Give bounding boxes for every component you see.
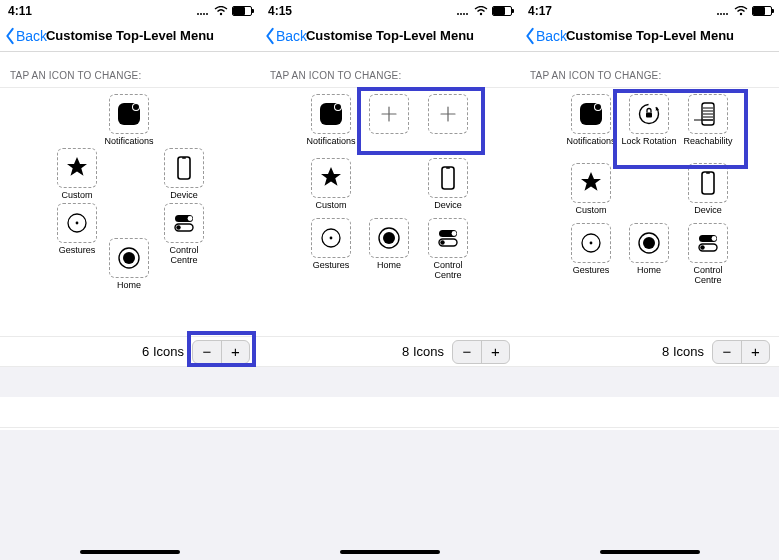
slot-notifications[interactable]: Notifications <box>303 94 359 147</box>
signal-icon <box>196 6 210 16</box>
slot-device[interactable]: Device <box>420 158 476 211</box>
home-icon <box>635 229 663 257</box>
screen-1: 4:11 Back Customise Top-Level Menu TAP A… <box>0 0 260 560</box>
count-row: 8 Icons − + <box>520 337 779 367</box>
slot-device[interactable]: Device <box>680 163 736 216</box>
svg-point-29 <box>330 237 333 240</box>
icon-grid: Notifications Lock Rotation Reachability… <box>520 87 779 337</box>
plus-icon <box>375 100 403 128</box>
circle-dot-icon <box>63 209 91 237</box>
back-label: Back <box>16 28 47 44</box>
slot-reachability[interactable]: Reachability <box>680 94 736 147</box>
circle-dot-icon <box>317 224 345 252</box>
icon-count-stepper[interactable]: − + <box>712 340 770 364</box>
svg-point-38 <box>723 13 725 15</box>
slot-notifications[interactable]: Notifications <box>563 94 619 147</box>
home-indicator <box>340 550 440 554</box>
svg-point-18 <box>457 13 459 15</box>
slot-custom[interactable]: Custom <box>563 163 619 216</box>
screen-3: 4:17 Back Customise Top-Level Menu TAP A… <box>520 0 779 560</box>
slot-control-centre[interactable]: Control Centre <box>680 223 736 286</box>
slot-empty-2[interactable] <box>420 94 476 147</box>
svg-point-40 <box>740 13 742 15</box>
signal-icon <box>456 6 470 16</box>
nav-bar: Back Customise Top-Level Menu <box>520 20 779 52</box>
status-right <box>716 6 772 16</box>
status-bar: 4:17 <box>520 0 779 20</box>
back-button[interactable]: Back <box>264 27 307 45</box>
status-time: 4:11 <box>8 4 32 18</box>
svg-rect-9 <box>182 157 186 159</box>
slot-home[interactable]: Home <box>621 223 677 276</box>
slot-gestures[interactable]: Gestures <box>563 223 619 276</box>
circle-dot-icon <box>577 229 605 257</box>
wifi-icon <box>734 6 748 16</box>
notifications-icon <box>317 100 345 128</box>
slot-empty-1[interactable] <box>361 94 417 147</box>
svg-point-43 <box>595 104 601 110</box>
svg-point-0 <box>197 13 199 15</box>
nav-bar: Back Customise Top-Level Menu <box>0 20 260 52</box>
bottom-spacer <box>520 430 779 560</box>
slot-custom[interactable]: Custom <box>49 148 105 201</box>
icon-count-stepper[interactable]: − + <box>192 340 250 364</box>
slot-control-centre[interactable]: Control Centre <box>420 218 476 281</box>
plus-icon <box>434 100 462 128</box>
slot-control-centre[interactable]: Control Centre <box>156 203 212 266</box>
back-button[interactable]: Back <box>4 27 47 45</box>
svg-point-36 <box>717 13 719 15</box>
hint-label: TAP AN ICON TO CHANGE: <box>260 52 520 87</box>
svg-point-11 <box>76 222 79 225</box>
star-icon <box>317 164 345 192</box>
stepper-minus[interactable]: − <box>713 341 741 363</box>
count-row: 6 Icons − + <box>0 337 260 367</box>
stepper-plus[interactable]: + <box>481 341 509 363</box>
stepper-plus[interactable]: + <box>741 341 769 363</box>
device-icon <box>170 154 198 182</box>
toggles-icon <box>170 209 198 237</box>
wifi-icon <box>474 6 488 16</box>
svg-point-4 <box>220 13 222 15</box>
icon-count-stepper[interactable]: − + <box>452 340 510 364</box>
toggles-icon <box>694 229 722 257</box>
status-right <box>456 6 512 16</box>
battery-icon <box>492 6 512 16</box>
svg-rect-54 <box>706 172 710 174</box>
slot-custom[interactable]: Custom <box>303 158 359 211</box>
slot-device[interactable]: Device <box>156 148 212 201</box>
svg-point-58 <box>643 237 655 249</box>
svg-rect-27 <box>446 167 450 169</box>
slot-gestures[interactable]: Gestures <box>303 218 359 271</box>
svg-point-62 <box>700 245 704 249</box>
stepper-minus[interactable]: − <box>453 341 481 363</box>
notifications-icon <box>115 100 143 128</box>
slot-notifications[interactable]: Notifications <box>101 94 157 147</box>
status-bar: 4:11 <box>0 0 260 20</box>
battery-icon <box>232 6 252 16</box>
battery-icon <box>752 6 772 16</box>
star-icon <box>63 154 91 182</box>
chevron-left-icon <box>524 27 536 45</box>
svg-point-21 <box>466 13 468 15</box>
back-label: Back <box>536 28 567 44</box>
svg-rect-26 <box>442 167 454 189</box>
svg-rect-53 <box>702 172 714 194</box>
home-indicator <box>600 550 700 554</box>
slot-home[interactable]: Home <box>361 218 417 271</box>
slot-gestures[interactable]: Gestures <box>49 203 105 256</box>
home-icon <box>375 224 403 252</box>
chevron-left-icon <box>264 27 276 45</box>
back-label: Back <box>276 28 307 44</box>
stepper-plus[interactable]: + <box>221 341 249 363</box>
status-time: 4:15 <box>268 4 292 18</box>
svg-rect-45 <box>646 113 652 118</box>
status-time: 4:17 <box>528 4 552 18</box>
toggles-icon <box>434 224 462 252</box>
svg-point-60 <box>712 236 717 241</box>
reachability-icon <box>694 100 722 128</box>
back-button[interactable]: Back <box>524 27 567 45</box>
slot-home[interactable]: Home <box>101 238 157 291</box>
svg-point-15 <box>188 216 193 221</box>
slot-lock-rotation[interactable]: Lock Rotation <box>621 94 677 147</box>
stepper-minus[interactable]: − <box>193 341 221 363</box>
